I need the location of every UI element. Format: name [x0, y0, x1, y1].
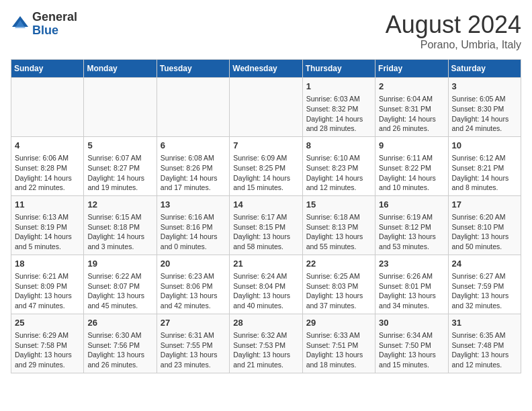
header-cell-saturday: Saturday	[448, 60, 521, 78]
calendar-cell: 11Sunrise: 6:13 AM Sunset: 8:19 PM Dayli…	[11, 195, 84, 255]
day-info: Sunrise: 6:13 AM Sunset: 8:19 PM Dayligh…	[15, 212, 80, 252]
calendar-cell: 6Sunrise: 6:08 AM Sunset: 8:26 PM Daylig…	[157, 136, 229, 195]
day-number: 7	[233, 140, 298, 152]
day-number: 23	[379, 258, 444, 270]
calendar-row-4: 25Sunrise: 6:29 AM Sunset: 7:58 PM Dayli…	[11, 314, 521, 373]
calendar-row-3: 18Sunrise: 6:21 AM Sunset: 8:09 PM Dayli…	[11, 255, 521, 314]
calendar-cell: 16Sunrise: 6:19 AM Sunset: 8:12 PM Dayli…	[375, 195, 448, 255]
calendar-cell: 21Sunrise: 6:24 AM Sunset: 8:04 PM Dayli…	[230, 255, 302, 314]
day-info: Sunrise: 6:22 AM Sunset: 8:07 PM Dayligh…	[87, 271, 152, 311]
day-number: 31	[452, 317, 517, 329]
calendar-cell: 18Sunrise: 6:21 AM Sunset: 8:09 PM Dayli…	[11, 255, 84, 314]
day-number: 14	[233, 199, 298, 211]
header-cell-thursday: Thursday	[302, 60, 375, 78]
day-info: Sunrise: 6:09 AM Sunset: 8:25 PM Dayligh…	[233, 153, 298, 193]
header-cell-tuesday: Tuesday	[157, 60, 229, 78]
calendar-header: SundayMondayTuesdayWednesdayThursdayFrid…	[11, 60, 521, 78]
title-block: August 2024 Porano, Umbria, Italy	[386, 11, 521, 51]
day-number: 20	[161, 258, 226, 270]
day-info: Sunrise: 6:03 AM Sunset: 8:32 PM Dayligh…	[306, 94, 371, 134]
calendar-cell: 2Sunrise: 6:04 AM Sunset: 8:31 PM Daylig…	[375, 78, 448, 137]
logo-blue: Blue	[32, 24, 77, 38]
header-cell-monday: Monday	[84, 60, 157, 78]
calendar-cell: 9Sunrise: 6:11 AM Sunset: 8:22 PM Daylig…	[375, 136, 448, 195]
calendar-cell	[157, 78, 229, 137]
calendar-cell: 20Sunrise: 6:23 AM Sunset: 8:06 PM Dayli…	[157, 255, 229, 314]
day-info: Sunrise: 6:11 AM Sunset: 8:22 PM Dayligh…	[379, 153, 444, 193]
day-number: 27	[161, 317, 226, 329]
day-info: Sunrise: 6:35 AM Sunset: 7:48 PM Dayligh…	[452, 330, 517, 370]
calendar-cell: 22Sunrise: 6:25 AM Sunset: 8:03 PM Dayli…	[302, 255, 375, 314]
header-cell-friday: Friday	[375, 60, 448, 78]
day-number: 4	[15, 140, 80, 152]
calendar-cell: 7Sunrise: 6:09 AM Sunset: 8:25 PM Daylig…	[230, 136, 302, 195]
page-header: General Blue August 2024 Porano, Umbria,…	[11, 11, 521, 51]
day-info: Sunrise: 6:20 AM Sunset: 8:10 PM Dayligh…	[452, 212, 517, 252]
day-number: 22	[306, 258, 371, 270]
day-number: 19	[87, 258, 152, 270]
day-number: 25	[15, 317, 80, 329]
calendar-cell: 24Sunrise: 6:27 AM Sunset: 7:59 PM Dayli…	[448, 255, 521, 314]
day-info: Sunrise: 6:05 AM Sunset: 8:30 PM Dayligh…	[452, 94, 517, 134]
day-info: Sunrise: 6:27 AM Sunset: 7:59 PM Dayligh…	[452, 271, 517, 311]
logo: General Blue	[11, 11, 77, 38]
logo-general: General	[32, 11, 77, 24]
calendar-cell: 23Sunrise: 6:26 AM Sunset: 8:01 PM Dayli…	[375, 255, 448, 314]
calendar-table: SundayMondayTuesdayWednesdayThursdayFrid…	[11, 59, 521, 373]
day-number: 10	[452, 140, 517, 152]
calendar-cell: 17Sunrise: 6:20 AM Sunset: 8:10 PM Dayli…	[448, 195, 521, 255]
day-info: Sunrise: 6:18 AM Sunset: 8:13 PM Dayligh…	[306, 212, 371, 252]
day-info: Sunrise: 6:24 AM Sunset: 8:04 PM Dayligh…	[233, 271, 298, 311]
day-info: Sunrise: 6:04 AM Sunset: 8:31 PM Dayligh…	[379, 94, 444, 134]
calendar-cell: 1Sunrise: 6:03 AM Sunset: 8:32 PM Daylig…	[302, 78, 375, 137]
day-number: 15	[306, 199, 371, 211]
day-number: 30	[379, 317, 444, 329]
calendar-cell: 28Sunrise: 6:32 AM Sunset: 7:53 PM Dayli…	[230, 314, 302, 373]
day-info: Sunrise: 6:26 AM Sunset: 8:01 PM Dayligh…	[379, 271, 444, 311]
day-number: 13	[161, 199, 226, 211]
day-number: 5	[87, 140, 152, 152]
day-number: 29	[306, 317, 371, 329]
day-number: 11	[15, 199, 80, 211]
day-info: Sunrise: 6:31 AM Sunset: 7:55 PM Dayligh…	[161, 330, 226, 370]
calendar-cell: 13Sunrise: 6:16 AM Sunset: 8:16 PM Dayli…	[157, 195, 229, 255]
day-info: Sunrise: 6:34 AM Sunset: 7:50 PM Dayligh…	[379, 330, 444, 370]
day-number: 21	[233, 258, 298, 270]
day-info: Sunrise: 6:07 AM Sunset: 8:27 PM Dayligh…	[87, 153, 152, 193]
calendar-cell: 15Sunrise: 6:18 AM Sunset: 8:13 PM Dayli…	[302, 195, 375, 255]
calendar-cell: 8Sunrise: 6:10 AM Sunset: 8:23 PM Daylig…	[302, 136, 375, 195]
day-number: 3	[452, 81, 517, 93]
calendar-cell: 26Sunrise: 6:30 AM Sunset: 7:56 PM Dayli…	[84, 314, 157, 373]
calendar-cell	[84, 78, 157, 137]
main-title: August 2024	[386, 11, 521, 39]
day-info: Sunrise: 6:33 AM Sunset: 7:51 PM Dayligh…	[306, 330, 371, 370]
day-number: 18	[15, 258, 80, 270]
calendar-cell: 29Sunrise: 6:33 AM Sunset: 7:51 PM Dayli…	[302, 314, 375, 373]
calendar-cell: 27Sunrise: 6:31 AM Sunset: 7:55 PM Dayli…	[157, 314, 229, 373]
day-number: 1	[306, 81, 371, 93]
calendar-cell: 14Sunrise: 6:17 AM Sunset: 8:15 PM Dayli…	[230, 195, 302, 255]
day-info: Sunrise: 6:23 AM Sunset: 8:06 PM Dayligh…	[161, 271, 226, 311]
header-cell-sunday: Sunday	[11, 60, 84, 78]
logo-icon	[11, 15, 30, 34]
calendar-cell: 3Sunrise: 6:05 AM Sunset: 8:30 PM Daylig…	[448, 78, 521, 137]
day-info: Sunrise: 6:08 AM Sunset: 8:26 PM Dayligh…	[161, 153, 226, 193]
day-number: 17	[452, 199, 517, 211]
day-info: Sunrise: 6:17 AM Sunset: 8:15 PM Dayligh…	[233, 212, 298, 252]
calendar-cell: 12Sunrise: 6:15 AM Sunset: 8:18 PM Dayli…	[84, 195, 157, 255]
day-info: Sunrise: 6:25 AM Sunset: 8:03 PM Dayligh…	[306, 271, 371, 311]
day-info: Sunrise: 6:15 AM Sunset: 8:18 PM Dayligh…	[87, 212, 152, 252]
header-row: SundayMondayTuesdayWednesdayThursdayFrid…	[11, 60, 521, 78]
logo-text: General Blue	[32, 11, 77, 38]
day-info: Sunrise: 6:16 AM Sunset: 8:16 PM Dayligh…	[161, 212, 226, 252]
calendar-cell	[11, 78, 84, 137]
day-info: Sunrise: 6:19 AM Sunset: 8:12 PM Dayligh…	[379, 212, 444, 252]
day-number: 9	[379, 140, 444, 152]
calendar-body: 1Sunrise: 6:03 AM Sunset: 8:32 PM Daylig…	[11, 78, 521, 373]
calendar-cell: 10Sunrise: 6:12 AM Sunset: 8:21 PM Dayli…	[448, 136, 521, 195]
calendar-cell: 5Sunrise: 6:07 AM Sunset: 8:27 PM Daylig…	[84, 136, 157, 195]
day-number: 24	[452, 258, 517, 270]
day-info: Sunrise: 6:10 AM Sunset: 8:23 PM Dayligh…	[306, 153, 371, 193]
calendar-row-2: 11Sunrise: 6:13 AM Sunset: 8:19 PM Dayli…	[11, 195, 521, 255]
day-number: 6	[161, 140, 226, 152]
